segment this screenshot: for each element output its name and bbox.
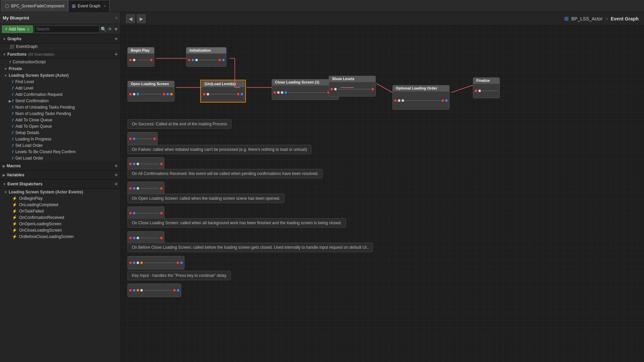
graphs-add-btn[interactable]: +: [115, 36, 118, 42]
filter-arrow-icon[interactable]: ▼: [114, 26, 118, 32]
my-blueprint-close-btn[interactable]: ×: [115, 16, 118, 20]
sidebar-item-construction-script[interactable]: f ConstructionScript: [0, 59, 120, 65]
event-dispatchers-label: Event Dispatchers: [7, 182, 43, 186]
sidebar-item-send-confirmation[interactable]: ▶ f Send Confirmation: [0, 98, 120, 104]
unload-levels-node[interactable]: (Un)Load Level(s): [201, 81, 245, 102]
pin-cl1-w: [137, 237, 139, 239]
svg-line-8: [451, 85, 473, 93]
pin-s1-in: [129, 137, 132, 140]
func-icon-loading-progress: f: [12, 137, 13, 141]
on-open-mini-node[interactable]: [127, 206, 164, 220]
sidebar-item-add-confirmation-request[interactable]: f Add Confirmation Request: [0, 92, 120, 98]
sidebar-item-on-task-failed[interactable]: ⚡ OnTaskFailed: [0, 208, 120, 215]
sidebar-item-on-loading-completed[interactable]: ⚡ OnLoadingCompleted: [0, 202, 120, 208]
pin-ki1-b: [133, 289, 136, 292]
loading-screen-subsection[interactable]: ▼ Loading Screen System (Actor): [0, 72, 120, 79]
add-new-button[interactable]: + Add New ▼: [2, 25, 33, 33]
add-confirmation-request-label: Add Confirmation Request: [15, 92, 63, 97]
event-graph-tab[interactable]: ⊞ Event Graph ×: [68, 0, 110, 12]
macros-section-header[interactable]: ▶ Macros +: [0, 162, 120, 171]
sidebar-item-add-level[interactable]: f Add Level: [0, 85, 120, 92]
private-expand-icon: ▼: [4, 67, 7, 71]
pin-f1-in: [129, 163, 132, 165]
on-task-failed-label: OnTaskFailed: [19, 209, 44, 214]
info-box-on-open-text: On Open Loading Screen: called when the …: [132, 196, 280, 201]
sidebar-item-get-load-order[interactable]: f Get Load Order: [0, 155, 120, 162]
graphs-section-header[interactable]: ▼ Graphs +: [0, 35, 120, 44]
functions-section-header[interactable]: ▼ Functions (20 Overridable) +: [0, 50, 120, 59]
finalize-node[interactable]: Finalize: [473, 77, 500, 98]
forward-btn[interactable]: ▶: [137, 14, 146, 23]
on-failure-mini-node[interactable]: [127, 157, 164, 171]
sidebar-item-add-to-open[interactable]: f Add To Open Queue: [0, 123, 120, 130]
pin-init-blue: [192, 59, 194, 61]
pin-unload-out: [237, 93, 239, 96]
sidebar-item-event-graph[interactable]: ⬛ EventGraph: [0, 44, 120, 50]
unload-levels-header: (Un)Load Level(s): [201, 81, 245, 87]
sidebar-item-add-to-close[interactable]: f Add To Close Queue: [0, 117, 120, 123]
sidebar-item-num-unloading[interactable]: f Num of Unloading Tasks Pending: [0, 104, 120, 111]
tab-close-btn[interactable]: ×: [104, 4, 106, 8]
sidebar-item-on-before-close-loading-screen[interactable]: ⚡ OnBeforeCloseLoadingScreen: [0, 234, 120, 240]
file-tab[interactable]: ⬡ BPC_ScreenFadeComponent: [1, 0, 68, 12]
begin-play-node[interactable]: Begin Play: [127, 47, 154, 67]
graphs-expand-icon: ▼: [3, 37, 6, 41]
back-btn[interactable]: ◀: [126, 14, 135, 23]
search-input[interactable]: [34, 25, 100, 33]
optional-loading-order-node[interactable]: Optional Loading Order: [392, 85, 449, 110]
pin-ac1-out: [160, 187, 163, 190]
pin-opt-in: [394, 99, 397, 102]
functions-add-btn[interactable]: +: [115, 51, 118, 57]
event-graph-canvas[interactable]: Begin Play Initialization: [121, 25, 644, 362]
sidebar-item-setup-details[interactable]: f Setup Details: [0, 130, 120, 136]
sidebar-item-find-level[interactable]: f Find Level: [0, 79, 120, 85]
event-dispatchers-section-header[interactable]: ▼ Event Dispatchers +: [0, 180, 120, 189]
key-input-mini-node[interactable]: [127, 284, 181, 297]
variables-section-header[interactable]: ▶ Variables +: [0, 171, 120, 180]
info-box-on-success: On Success: Called at the end of the loa…: [127, 119, 231, 129]
pin-opt-w1: [398, 99, 400, 102]
sidebar-item-on-open-loading-screen[interactable]: ⚡ OnOpenLoadingScreen: [0, 221, 120, 227]
info-box-on-open: On Open Loading Screen: called when the …: [127, 194, 284, 203]
sidebar-item-loading-in-progress[interactable]: f Loading In Progress: [0, 136, 120, 142]
sidebar-item-on-confirmation-received[interactable]: ⚡ OnConfirmationReceived: [0, 215, 120, 221]
sidebar-item-on-begin-play[interactable]: ⚡ OnBeginPlay: [0, 195, 120, 202]
graphs-label: Graphs: [7, 37, 21, 41]
pin-ki1-b2: [177, 289, 179, 292]
pin-ac1-in: [129, 187, 132, 190]
pin-f1-out: [160, 163, 163, 165]
search-icon[interactable]: 🔍: [101, 26, 106, 32]
variables-add-btn[interactable]: +: [115, 172, 118, 178]
open-loading-screen-node[interactable]: Open Loading Screen: [127, 81, 174, 102]
actor-events-subsection[interactable]: ▼ Loading Screen System (Actor Events): [0, 189, 120, 195]
sidebar-item-levels-closed[interactable]: f Levels To Be Closed Req Confirm: [0, 149, 120, 155]
breadcrumb-bar: ◀ ▶ ⊞ BP_LSS_Actor > Event Graph: [121, 12, 644, 25]
on-open-loading-screen-label: OnOpenLoadingScreen: [19, 222, 61, 226]
show-levels-node[interactable]: Show Levels: [329, 76, 376, 97]
add-to-close-label: Add To Close Queue: [15, 118, 53, 122]
on-before-close-mini-node[interactable]: [127, 256, 184, 269]
on-success-mini-node[interactable]: [127, 132, 158, 145]
sidebar-item-on-close-loading-screen[interactable]: ⚡ OnCloseLoadingScreen: [0, 227, 120, 234]
event-dispatchers-add-btn[interactable]: +: [115, 181, 118, 187]
construction-script-label: ConstructionScript: [13, 60, 46, 64]
on-all-conf-mini-node[interactable]: [127, 182, 164, 195]
func-icon-add-conf: f: [12, 93, 13, 97]
pin-show-in: [330, 88, 333, 90]
nav-arrows: ◀ ▶: [126, 14, 146, 23]
func-icon-find-level: f: [12, 80, 13, 84]
func-icon-add-close: f: [12, 118, 13, 122]
sidebar-item-num-loading[interactable]: f Num of Loading Tasks Pending: [0, 111, 120, 117]
sidebar-item-set-load-order[interactable]: f Set Load Order: [0, 142, 120, 149]
info-box-on-before-close-text: On Before Close Loading Screen: called b…: [132, 245, 369, 250]
pin-s1-out: [153, 137, 156, 140]
pin-bc1-in: [129, 261, 132, 264]
initialization-node[interactable]: Initialization: [186, 47, 226, 67]
view-options-icon[interactable]: 👁: [108, 26, 112, 32]
breadcrumb-actor: BP_LSS_Actor: [571, 16, 602, 21]
pin-bc1-w1: [137, 261, 139, 264]
pin-f1-w: [137, 163, 139, 165]
private-subsection[interactable]: ▼ Private: [0, 65, 120, 72]
macros-add-btn[interactable]: +: [115, 163, 118, 169]
event-icon-task-failed: ⚡: [12, 209, 17, 214]
